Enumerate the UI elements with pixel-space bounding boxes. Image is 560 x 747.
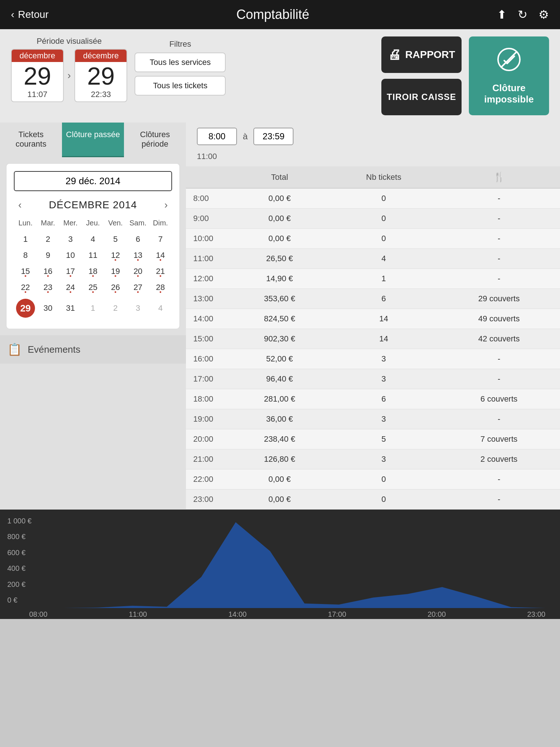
calendar-day-cell[interactable]: 24	[59, 280, 81, 295]
calendar-day-cell[interactable]: 5	[105, 232, 127, 247]
table-cell-total: 238,40 €	[230, 429, 330, 449]
col-covers-header: 🍴	[438, 166, 560, 188]
table-cell-time: 14:00	[186, 309, 230, 329]
settings-icon[interactable]: ⚙	[538, 8, 549, 22]
calendar-day-cell[interactable]: 11	[82, 248, 104, 263]
calendar-day-cell[interactable]: 25	[82, 280, 104, 295]
events-label: Evénements	[28, 344, 81, 355]
table-cell-covers: 6 couverts	[438, 389, 560, 409]
calendar-day-cell[interactable]: 3	[127, 296, 149, 321]
calendar-day-cell[interactable]: 12	[105, 248, 127, 263]
table-row[interactable]: 13:00353,60 €629 couverts	[186, 289, 560, 309]
calendar-day-cell[interactable]: 15	[15, 264, 36, 279]
table-row[interactable]: 15:00902,30 €1442 couverts	[186, 329, 560, 349]
cloture-button[interactable]: Clôture impossible	[469, 36, 549, 115]
calendar-prev-button[interactable]: ‹	[14, 198, 26, 212]
header: ‹ Retour Comptabilité ⬆ ↻ ⚙	[0, 0, 560, 29]
table-cell-nb: 6	[330, 289, 438, 309]
end-date-card[interactable]: décembre 29 22:33	[74, 49, 127, 102]
main-area: Tickets courants Clôture passée Clôtures…	[0, 123, 560, 510]
calendar-day-cell[interactable]: 4	[149, 296, 171, 321]
table-cell-covers: -	[438, 229, 560, 249]
tab-clotures-periode[interactable]: Clôtures période	[124, 123, 186, 157]
filter-tickets-button[interactable]: Tous les tickets	[135, 76, 226, 96]
tiroir-button[interactable]: TIROIR CAISSE	[381, 79, 462, 115]
tab-tickets-courants[interactable]: Tickets courants	[0, 123, 62, 157]
refresh-icon[interactable]: ↻	[518, 8, 528, 22]
table-row[interactable]: 18:00281,00 €66 couverts	[186, 389, 560, 409]
chart-area-path	[29, 522, 545, 608]
data-table: Total Nb tickets 🍴 8:000,00 €0-9:000,00 …	[186, 166, 560, 510]
calendar-day-cell[interactable]: 7	[149, 232, 171, 247]
calendar-day-cell[interactable]: 22	[15, 280, 36, 295]
calendar-day-cell[interactable]: 1	[15, 232, 36, 247]
chart-x-labels: 08:0011:0014:0017:0020:0023:00	[29, 610, 545, 619]
calendar-day-cell[interactable]: 16	[37, 264, 59, 279]
table-cell-time: 12:00	[186, 269, 230, 289]
table-row[interactable]: 16:0052,00 €3-	[186, 349, 560, 369]
calendar-day-cell[interactable]: 8	[15, 248, 36, 263]
table-cell-time: 17:00	[186, 369, 230, 389]
dates-row: décembre 29 11:07 › décembre 29 22:33	[11, 49, 127, 102]
calendar-day-cell[interactable]: 20	[127, 264, 149, 279]
calendar-day-cell[interactable]: 2	[105, 296, 127, 321]
time-range-row: à	[186, 123, 560, 150]
cutlery-icon: 🍴	[493, 171, 505, 182]
table-cell-nb: 14	[330, 309, 438, 329]
calendar-day-cell[interactable]: 2	[37, 232, 59, 247]
right-panel: à 11:00 Total Nb tickets 🍴 8:000,00 €0-9…	[186, 123, 560, 510]
chart-x-label: 08:00	[29, 610, 47, 619]
filtres-label: Filtres	[135, 39, 226, 49]
calendar-day-cell[interactable]: 21	[149, 264, 171, 279]
table-row[interactable]: 21:00126,80 €32 couverts	[186, 449, 560, 469]
calendar-day-cell[interactable]: 17	[59, 264, 81, 279]
table-row[interactable]: 9:000,00 €0-	[186, 209, 560, 229]
tab-cloture-passee[interactable]: Clôture passée	[62, 123, 124, 157]
calendar-day-cell[interactable]: 14	[149, 248, 171, 263]
calendar-day-cell[interactable]: 10	[59, 248, 81, 263]
calendar-weekday-header: Sam.	[127, 219, 149, 231]
calendar-day-cell[interactable]: 9	[37, 248, 59, 263]
table-row[interactable]: 10:000,00 €0-	[186, 229, 560, 249]
back-label: Retour	[18, 9, 48, 20]
table-cell-covers: -	[438, 489, 560, 510]
calendar-day-cell[interactable]: 1	[82, 296, 104, 321]
calendar-day-cell[interactable]: 27	[127, 280, 149, 295]
table-row[interactable]: 23:000,00 €0-	[186, 489, 560, 510]
table-row[interactable]: 22:000,00 €0-	[186, 469, 560, 489]
calendar-day-cell[interactable]: 18	[82, 264, 104, 279]
rapport-button[interactable]: 🖨 RAPPORT	[381, 36, 462, 73]
calendar-day-cell[interactable]: 3	[59, 232, 81, 247]
calendar-day-cell[interactable]: 13	[127, 248, 149, 263]
calendar-day-cell[interactable]: 4	[82, 232, 104, 247]
calendar-month-title: DÉCEMBRE 2014	[49, 199, 137, 211]
calendar-day-cell[interactable]: 31	[59, 296, 81, 321]
table-row[interactable]: 20:00238,40 €57 couverts	[186, 429, 560, 449]
time-to-input[interactable]	[253, 128, 293, 145]
share-icon[interactable]: ⬆	[497, 8, 507, 22]
table-row[interactable]: 12:0014,90 €1-	[186, 269, 560, 289]
table-row[interactable]: 19:0036,00 €3-	[186, 409, 560, 429]
calendar-day-cell[interactable]: 26	[105, 280, 127, 295]
back-button[interactable]: ‹ Retour	[11, 9, 48, 20]
calendar-day-cell[interactable]: 23	[37, 280, 59, 295]
calendar-next-button[interactable]: ›	[160, 198, 172, 212]
start-date-card[interactable]: décembre 29 11:07	[11, 49, 64, 102]
table-row[interactable]: 11:0026,50 €4-	[186, 249, 560, 269]
calendar-grid: Lun.Mar.Mer.Jeu.Ven.Sam.Dim. 12345678910…	[14, 218, 172, 321]
table-row[interactable]: 8:000,00 €0-	[186, 188, 560, 209]
table-cell-total: 14,90 €	[230, 269, 330, 289]
time-from-input[interactable]	[197, 128, 237, 145]
table-cell-total: 0,00 €	[230, 229, 330, 249]
table-row[interactable]: 14:00824,50 €1449 couverts	[186, 309, 560, 329]
calendar-weekday-header: Mar.	[37, 219, 59, 231]
calendar-day-cell[interactable]: 28	[149, 280, 171, 295]
filter-services-button[interactable]: Tous les services	[135, 53, 226, 72]
table-cell-covers: 2 couverts	[438, 449, 560, 469]
left-panel: Tickets courants Clôture passée Clôtures…	[0, 123, 186, 510]
calendar-day-cell[interactable]: 30	[37, 296, 59, 321]
table-row[interactable]: 17:0096,40 €3-	[186, 369, 560, 389]
calendar-day-cell[interactable]: 19	[105, 264, 127, 279]
calendar-day-cell[interactable]: 29	[15, 296, 36, 321]
calendar-day-cell[interactable]: 6	[127, 232, 149, 247]
